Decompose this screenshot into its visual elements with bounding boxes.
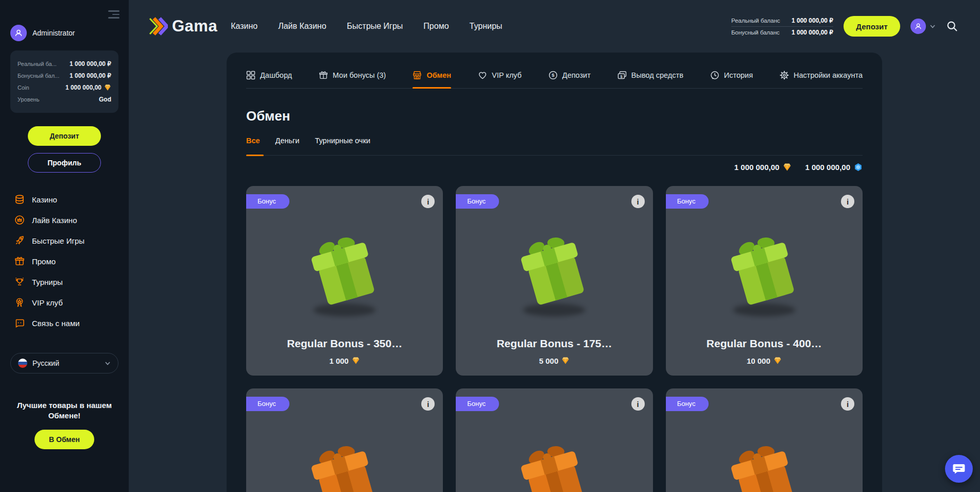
language-selector[interactable]: Русский <box>10 353 118 374</box>
balance-row-level: Уровень God <box>18 96 111 103</box>
search-icon <box>946 20 958 32</box>
balance-value: 1 000 000,00 ₽ <box>70 72 111 79</box>
bonus-card[interactable]: Бонус i Regular Bonus - 400… 10 000 <box>666 186 863 376</box>
bonus-card[interactable]: Бонус i Regular Bonus - 350… 1 000 <box>246 186 443 376</box>
user-name: Administrator <box>32 29 75 37</box>
gift-image-orange <box>503 434 606 492</box>
gem-blue-icon <box>854 163 863 172</box>
header-real-balance: Реальный баланс1 000 000,00 ₽ <box>731 15 833 26</box>
tab-deposit[interactable]: $ Депозит <box>548 62 591 88</box>
gama-logo[interactable]: Gama <box>148 17 217 36</box>
balance-label: Бонусный бал... <box>18 73 59 79</box>
history-icon <box>710 71 719 80</box>
sidebar-item-tournaments[interactable]: Турниры <box>10 272 118 292</box>
tab-exchange[interactable]: Обмен <box>412 62 451 88</box>
top-nav-promo[interactable]: Промо <box>423 22 449 31</box>
filter-tournament-points[interactable]: Турнирные очки <box>315 137 370 155</box>
wallet-balances: 1 000 000,00 1 000 000,00 <box>246 163 863 172</box>
sidebar-item-vip-club[interactable]: VIP клуб <box>10 292 118 313</box>
sidebar-item-casino[interactable]: Казино <box>10 189 118 210</box>
content-area: Дашборд Мои бонусы (3) Обмен <box>129 53 980 492</box>
rocket-icon <box>14 235 25 246</box>
tab-account-settings[interactable]: Настройки аккаунта <box>780 62 863 88</box>
gem-orange-icon <box>561 357 570 365</box>
sidebar-item-live-casino[interactable]: Лайв Казино <box>10 210 118 230</box>
gem-orange-icon <box>104 84 111 91</box>
gift-icon <box>14 256 25 266</box>
sidebar-item-label: Казино <box>32 195 57 204</box>
bonus-price: 1 000 <box>254 356 435 365</box>
bonus-price: 5 000 <box>464 356 644 365</box>
tab-history[interactable]: История <box>710 62 753 88</box>
coin-dollar-icon: $ <box>548 71 558 80</box>
bonus-badge: Бонус <box>246 397 289 411</box>
top-nav-casino[interactable]: Казино <box>231 22 257 31</box>
user-avatar[interactable] <box>10 25 27 41</box>
info-icon[interactable]: i <box>421 195 435 208</box>
sidebar-item-label: Связь с нами <box>32 319 80 328</box>
sidebar-nav: Казино Лайв Казино Быстрые Игры Промо <box>10 189 118 333</box>
tab-dashboard[interactable]: Дашборд <box>246 62 292 88</box>
account-tabbar: Дашборд Мои бонусы (3) Обмен <box>246 53 863 89</box>
user-icon <box>914 22 922 30</box>
sidebar-deposit-button[interactable]: Депозит <box>28 126 101 146</box>
balance-label: Уровень <box>18 96 39 103</box>
gift-image-green <box>503 226 606 321</box>
tab-withdraw[interactable]: $ Вывод средств <box>617 62 683 88</box>
sidebar-item-contact[interactable]: Связь с нами <box>10 313 118 333</box>
tab-my-bonuses[interactable]: Мои бонусы (3) <box>319 62 386 88</box>
bonus-card[interactable]: Бонус i <box>246 388 443 492</box>
tab-vip-club[interactable]: VIP клуб <box>478 62 522 88</box>
page-title: Обмен <box>246 108 863 124</box>
chat-widget-button[interactable] <box>945 455 973 483</box>
info-icon[interactable]: i <box>421 397 435 411</box>
sidebar-item-label: Турниры <box>32 278 63 286</box>
info-icon[interactable]: i <box>841 195 854 208</box>
bonus-badge: Бонус <box>456 397 499 411</box>
account-menu[interactable] <box>910 19 936 34</box>
sidebar-exchange-button[interactable]: В Обмен <box>35 430 94 449</box>
filter-tabs: Все Деньги Турнирные очки <box>246 137 863 156</box>
logo-text: Gama <box>172 17 217 36</box>
sidebar-item-label: VIP клуб <box>32 298 63 307</box>
balance-row-bonus: Бонусный бал... 1 000 000,00 ₽ <box>18 72 111 79</box>
gift-image-orange <box>293 434 396 492</box>
sidebar-item-label: Лайв Казино <box>32 216 77 225</box>
user-icon <box>14 28 23 38</box>
top-nav-live-casino[interactable]: Лайв Казино <box>278 22 326 31</box>
balance-value: 1 000 000,00 ₽ <box>70 60 111 67</box>
chat-icon <box>14 318 25 328</box>
gem-orange-icon <box>352 357 360 365</box>
bonus-title: Regular Bonus - 400… <box>674 337 854 350</box>
top-nav-tournaments[interactable]: Турниры <box>470 22 503 31</box>
search-button[interactable] <box>946 20 958 32</box>
sidebar-item-promo[interactable]: Промо <box>10 251 118 272</box>
sidebar-item-fast-games[interactable]: Быстрые Игры <box>10 230 118 251</box>
gear-icon <box>780 71 789 80</box>
info-icon[interactable]: i <box>631 397 645 411</box>
sidebar-balance-card: Реальный ба... 1 000 000,00 ₽ Бонусный б… <box>10 50 118 113</box>
filter-money[interactable]: Деньги <box>276 137 300 155</box>
menu-collapse-icon[interactable] <box>107 8 119 19</box>
sidebar-profile-button[interactable]: Профиль <box>28 153 101 173</box>
chevron-down-icon <box>930 23 936 29</box>
balance-label: Coin <box>18 84 29 91</box>
bonus-card[interactable]: Бонус i Regular Bonus - 175… 5 000 <box>456 186 652 376</box>
bonus-badge: Бонус <box>246 194 289 209</box>
header-deposit-button[interactable]: Депозит <box>844 16 900 37</box>
bonus-card[interactable]: Бонус i <box>666 388 863 492</box>
gift-image-green <box>293 226 396 321</box>
filter-all[interactable]: Все <box>246 137 260 155</box>
sidebar-user: Administrator <box>10 25 118 41</box>
gift-icon <box>319 71 328 80</box>
balance-value: 1 000 000,00 <box>65 84 111 91</box>
svg-text:$: $ <box>552 72 555 78</box>
main-area: Gama Казино Лайв Казино Быстрые Игры Про… <box>129 0 980 492</box>
shop-icon <box>412 71 422 80</box>
bonus-card[interactable]: Бонус i <box>456 388 652 492</box>
bonus-badge: Бонус <box>666 194 709 209</box>
balance-label: Реальный ба... <box>18 61 57 67</box>
top-nav-fast-games[interactable]: Быстрые Игры <box>347 22 403 31</box>
info-icon[interactable]: i <box>631 195 645 208</box>
info-icon[interactable]: i <box>841 397 854 411</box>
